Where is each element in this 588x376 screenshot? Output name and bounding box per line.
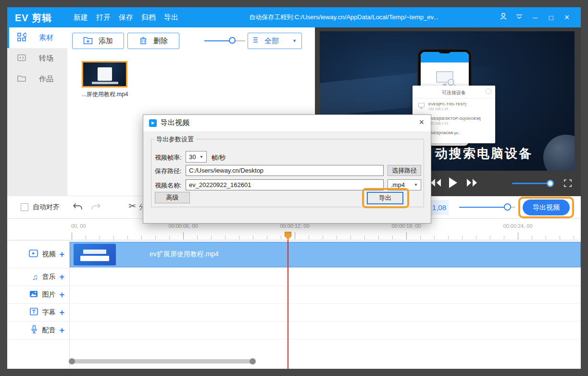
add-to-track-button[interactable]: +: [59, 308, 64, 317]
sidebar-item-material[interactable]: 素材: [7, 27, 67, 48]
minimize-button[interactable]: ─: [531, 13, 539, 22]
menu-new[interactable]: 新建: [74, 13, 88, 22]
export-confirm-button[interactable]: 导出: [367, 192, 403, 204]
dialog-app-icon: ▶: [149, 119, 157, 127]
video-track-lane[interactable]: ev扩展屏使用教程.mp4: [70, 240, 581, 268]
delete-material-button[interactable]: 删除: [127, 33, 179, 49]
add-to-track-button[interactable]: +: [59, 250, 64, 259]
dialog-close-button[interactable]: ×: [419, 117, 424, 127]
menu-dropdown-icon[interactable]: [515, 12, 524, 23]
device-monitor-icon: [418, 103, 425, 107]
scrollbar-right-handle[interactable]: [250, 358, 256, 364]
voiceover-track-lane[interactable]: [70, 322, 581, 339]
group-title: 导出参数设置: [154, 135, 196, 144]
volume-slider[interactable]: [512, 183, 553, 184]
framerate-unit: 帧/秒: [212, 153, 226, 162]
fullscreen-icon[interactable]: [564, 179, 572, 187]
planet-art: [543, 135, 575, 171]
subtitle-track-icon: [30, 308, 38, 317]
device-ip: 192.168.1.43: [428, 122, 481, 125]
chevron-down-icon: ▼: [414, 183, 418, 187]
device-ip: 192.168.1.25: [428, 107, 466, 111]
split-scissors-icon[interactable]: ✂: [128, 201, 136, 212]
menu-archive[interactable]: 归档: [141, 13, 156, 22]
phone-notch: [438, 50, 451, 53]
sidebar-item-label: 转场: [39, 54, 53, 63]
clip-thumbnail: [74, 244, 116, 265]
app-logo: EV 剪辑: [15, 12, 52, 25]
magnifier-icon: [448, 79, 454, 86]
device-name: EVES[XIAOMI pc..: [428, 131, 461, 135]
export-video-button[interactable]: 导出视频: [523, 200, 570, 215]
user-icon[interactable]: [499, 12, 508, 23]
track-header-music: ♫ 音乐 +: [7, 268, 69, 286]
menu-save[interactable]: 保存: [119, 13, 133, 22]
redo-icon[interactable]: [90, 201, 101, 214]
maximize-button[interactable]: □: [547, 13, 555, 22]
track-header-subtitle: 字幕 +: [7, 304, 69, 322]
video-caption-text: 动搜索电脑设备: [435, 145, 533, 162]
phone-header-bar: [421, 52, 469, 63]
device-panel-title: 可连接设备: [413, 89, 495, 96]
divider: [413, 98, 495, 99]
material-grid-icon: [17, 32, 26, 43]
delete-button-label: 删除: [153, 37, 168, 46]
auto-align-checkbox[interactable]: [21, 203, 28, 211]
timeline-clip[interactable]: ev扩展屏使用教程.mp4: [70, 242, 581, 267]
dialog-body: 导出参数设置 视频帧率: 30 ▼ 帧/秒 保存路径: 选择路径 视频名称: .…: [143, 131, 432, 224]
playhead-line: [288, 239, 288, 369]
timeline-horizontal-scrollbar[interactable]: [70, 359, 255, 363]
add-to-track-button[interactable]: +: [59, 273, 64, 281]
track-label: 配音: [42, 326, 55, 335]
track-header-image: 图片 +: [7, 286, 69, 304]
scrollbar-left-handle[interactable]: [69, 358, 75, 364]
format-dropdown[interactable]: .mp4 ▼: [388, 179, 421, 190]
sidebar-item-transition[interactable]: 转场: [7, 48, 67, 69]
framerate-dropdown[interactable]: 30 ▼: [186, 151, 207, 163]
add-material-button[interactable]: 添加: [72, 33, 124, 49]
slider-knob[interactable]: [504, 203, 511, 211]
refresh-icon: [486, 88, 491, 94]
clip-name: ev扩展屏使用教程.mp4: [150, 250, 219, 259]
timeline: 00, 00 00:00:06, 00 00:00:12, 00 00:00:1…: [7, 219, 581, 369]
music-note-icon: ♫: [32, 273, 38, 281]
filter-dropdown[interactable]: 全部 ▼: [248, 33, 302, 49]
thumbnail-size-slider[interactable]: [204, 40, 245, 42]
thumbnail-art: [98, 67, 112, 81]
app-window: EV 剪辑 新建 打开 保存 归档 导出 自动保存工程到:C:/Users/ie…: [7, 7, 581, 369]
subtitle-track-lane[interactable]: [70, 304, 581, 322]
format-value: .mp4: [391, 181, 405, 188]
video-name-input[interactable]: [186, 179, 384, 190]
undo-icon[interactable]: [72, 201, 84, 214]
material-file-name: ...屏使用教程.mp4: [71, 90, 138, 99]
play-button[interactable]: [448, 176, 458, 191]
image-track-lane[interactable]: [70, 286, 581, 304]
menu-export[interactable]: 导出: [164, 13, 178, 22]
titlebar: EV 剪辑 新建 打开 保存 归档 导出 自动保存工程到:C:/Users/ie…: [7, 7, 581, 27]
close-button[interactable]: ×: [563, 13, 571, 23]
choose-path-button[interactable]: 选择路径: [388, 165, 421, 176]
music-track-lane[interactable]: [70, 268, 581, 286]
add-to-track-button[interactable]: +: [59, 326, 64, 335]
export-dialog: ▶ 导出视频 × 导出参数设置 视频帧率: 30 ▼ 帧/秒 保存路径: 选择路…: [143, 114, 431, 224]
device-row: EVES[PC-TXD-TEST] 192.168.1.25: [418, 102, 466, 111]
save-path-input[interactable]: [186, 165, 384, 176]
titlebar-controls: ─ □ ×: [499, 7, 571, 27]
clip-thumbnail-art: [80, 256, 109, 261]
slider-knob[interactable]: [229, 37, 236, 44]
timeline-zoom-slider[interactable]: [459, 207, 515, 208]
auto-align-label: 自动对齐: [33, 203, 60, 212]
sidebar-item-works[interactable]: 作品: [7, 69, 67, 89]
advanced-button[interactable]: 高级: [155, 192, 190, 203]
clip-thumbnail-art: [83, 250, 106, 254]
volume-knob[interactable]: [547, 180, 554, 187]
app-frame: EV 剪辑 新建 打开 保存 归档 导出 自动保存工程到:C:/Users/ie…: [0, 0, 588, 376]
menu-open[interactable]: 打开: [96, 13, 111, 22]
material-thumbnail-selected[interactable]: [82, 61, 127, 88]
fast-forward-icon[interactable]: [466, 177, 478, 190]
list-icon: [253, 37, 261, 45]
add-to-track-button[interactable]: +: [59, 290, 64, 299]
sidebar-item-label: 素材: [39, 33, 53, 42]
transition-icon: [17, 53, 26, 64]
autosave-path-text: 自动保存工程到:C:/Users/ieway.cn/AppData/Local/…: [249, 7, 438, 27]
